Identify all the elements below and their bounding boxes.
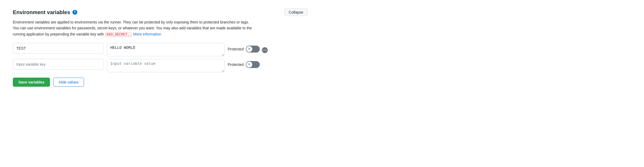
new-variable-key-input[interactable]	[13, 59, 104, 70]
new-protected-label: Protected	[228, 62, 244, 67]
section-title: Environment variables	[13, 9, 70, 15]
variable-key-input[interactable]	[13, 43, 104, 54]
minus-icon: —	[263, 48, 267, 52]
collapse-button[interactable]: Collapse	[284, 9, 308, 16]
help-icon[interactable]: ?	[72, 10, 77, 15]
action-row: Save variables Hide values	[13, 78, 308, 87]
header-row: Environment variables ? Collapse	[13, 9, 308, 16]
new-variable-value-textarea[interactable]	[107, 59, 224, 72]
hide-values-button[interactable]: Hide values	[53, 78, 84, 87]
new-protected-toggle[interactable]: ✕	[246, 61, 260, 68]
variable-value-textarea[interactable]: HELLO WORLD	[107, 43, 224, 56]
new-toggle-x-icon: ✕	[248, 63, 250, 66]
env-variables-section: Environment variables ? Collapse Environ…	[0, 0, 321, 95]
protected-area: Protected ✕ —	[228, 45, 268, 53]
variables-list: HELLO WORLD Protected ✕ — Protected	[13, 43, 308, 72]
toggle-thumb: ✕	[246, 46, 252, 52]
variable-row: HELLO WORLD Protected ✕ —	[13, 43, 308, 56]
variable-row-new: Protected ✕	[13, 59, 308, 72]
save-variables-button[interactable]: Save variables	[13, 78, 50, 87]
title-area: Environment variables ?	[13, 9, 77, 15]
toggle-x-icon: ✕	[248, 47, 250, 51]
remove-variable-button[interactable]: —	[262, 47, 268, 53]
more-info-link[interactable]: More information	[133, 32, 161, 36]
new-toggle-thumb: ✕	[246, 62, 252, 67]
protected-toggle[interactable]: ✕	[246, 46, 260, 53]
secret-key-badge: K8S_SECRET_	[105, 32, 131, 37]
protected-label: Protected	[228, 47, 244, 51]
new-protected-area: Protected ✕	[228, 61, 260, 68]
description-text: Environment variables are applied to env…	[13, 19, 253, 38]
